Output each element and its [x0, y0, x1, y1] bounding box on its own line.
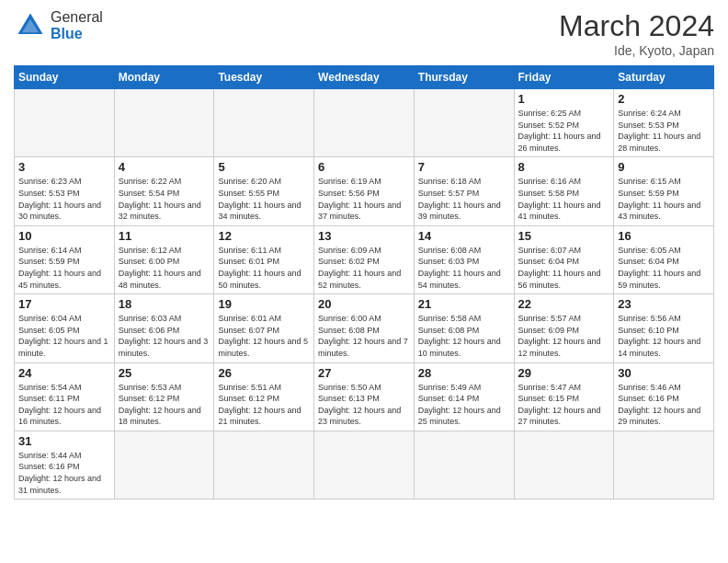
weekday-header-monday: Monday: [114, 66, 214, 89]
calendar-cell: 10Sunrise: 6:14 AM Sunset: 5:59 PM Dayli…: [15, 225, 115, 293]
week-row-3: 10Sunrise: 6:14 AM Sunset: 5:59 PM Dayli…: [15, 225, 714, 293]
logo-blue: Blue: [51, 26, 103, 42]
day-number: 21: [418, 297, 510, 311]
day-info: Sunrise: 6:00 AM Sunset: 6:08 PM Dayligh…: [318, 313, 410, 359]
calendar-cell: 23Sunrise: 5:56 AM Sunset: 6:10 PM Dayli…: [614, 294, 714, 362]
day-info: Sunrise: 5:46 AM Sunset: 6:16 PM Dayligh…: [618, 382, 710, 428]
day-info: Sunrise: 6:03 AM Sunset: 6:06 PM Dayligh…: [119, 313, 210, 359]
day-number: 16: [618, 229, 710, 243]
day-info: Sunrise: 6:08 AM Sunset: 6:03 PM Dayligh…: [418, 245, 510, 291]
day-info: Sunrise: 5:53 AM Sunset: 6:12 PM Dayligh…: [119, 382, 210, 428]
day-info: Sunrise: 6:11 AM Sunset: 6:01 PM Dayligh…: [218, 245, 310, 291]
day-number: 8: [518, 160, 610, 174]
day-info: Sunrise: 5:50 AM Sunset: 6:13 PM Dayligh…: [318, 382, 410, 428]
calendar-cell: 2Sunrise: 6:24 AM Sunset: 5:53 PM Daylig…: [614, 89, 714, 157]
weekday-header-row: SundayMondayTuesdayWednesdayThursdayFrid…: [15, 66, 714, 89]
day-info: Sunrise: 6:14 AM Sunset: 5:59 PM Dayligh…: [18, 245, 110, 291]
day-number: 15: [518, 229, 610, 243]
calendar-page: General Blue March 2024 Ide, Kyoto, Japa…: [0, 0, 728, 563]
day-info: Sunrise: 5:57 AM Sunset: 6:09 PM Dayligh…: [518, 313, 610, 359]
week-row-1: 1Sunrise: 6:25 AM Sunset: 5:52 PM Daylig…: [15, 89, 714, 157]
day-info: Sunrise: 6:24 AM Sunset: 5:53 PM Dayligh…: [618, 108, 710, 154]
logo: General Blue: [14, 9, 103, 42]
calendar-cell: [414, 431, 514, 499]
day-number: 20: [318, 297, 410, 311]
week-row-5: 24Sunrise: 5:54 AM Sunset: 6:11 PM Dayli…: [15, 362, 714, 431]
day-info: Sunrise: 6:09 AM Sunset: 6:02 PM Dayligh…: [318, 245, 410, 291]
day-info: Sunrise: 6:20 AM Sunset: 5:55 PM Dayligh…: [218, 176, 310, 222]
calendar-cell: 6Sunrise: 6:19 AM Sunset: 5:56 PM Daylig…: [314, 157, 415, 225]
day-info: Sunrise: 6:19 AM Sunset: 5:56 PM Dayligh…: [318, 176, 410, 222]
calendar-cell: [15, 89, 115, 157]
calendar-cell: 3Sunrise: 6:23 AM Sunset: 5:53 PM Daylig…: [15, 157, 115, 225]
calendar-cell: 11Sunrise: 6:12 AM Sunset: 6:00 PM Dayli…: [114, 225, 214, 293]
day-info: Sunrise: 5:49 AM Sunset: 6:14 PM Dayligh…: [418, 382, 510, 428]
day-number: 13: [318, 229, 410, 243]
day-info: Sunrise: 5:58 AM Sunset: 6:08 PM Dayligh…: [418, 313, 510, 359]
day-number: 9: [618, 160, 710, 174]
day-number: 14: [418, 229, 510, 243]
calendar-cell: [214, 89, 314, 157]
day-number: 29: [518, 366, 610, 380]
calendar-cell: 14Sunrise: 6:08 AM Sunset: 6:03 PM Dayli…: [414, 225, 514, 293]
calendar-cell: 12Sunrise: 6:11 AM Sunset: 6:01 PM Dayli…: [214, 225, 314, 293]
day-number: 10: [18, 229, 110, 243]
day-number: 25: [119, 366, 210, 380]
day-info: Sunrise: 5:47 AM Sunset: 6:15 PM Dayligh…: [518, 382, 610, 428]
day-number: 19: [218, 297, 310, 311]
calendar-cell: 31Sunrise: 5:44 AM Sunset: 6:16 PM Dayli…: [15, 431, 115, 499]
day-info: Sunrise: 6:18 AM Sunset: 5:57 PM Dayligh…: [418, 176, 510, 222]
weekday-header-sunday: Sunday: [15, 66, 115, 89]
day-number: 4: [119, 160, 210, 174]
calendar-cell: 26Sunrise: 5:51 AM Sunset: 6:12 PM Dayli…: [214, 362, 314, 431]
day-number: 7: [418, 160, 510, 174]
calendar-cell: 1Sunrise: 6:25 AM Sunset: 5:52 PM Daylig…: [514, 89, 614, 157]
calendar-cell: 27Sunrise: 5:50 AM Sunset: 6:13 PM Dayli…: [314, 362, 415, 431]
day-number: 5: [218, 160, 310, 174]
calendar-cell: 9Sunrise: 6:15 AM Sunset: 5:59 PM Daylig…: [614, 157, 714, 225]
day-info: Sunrise: 6:05 AM Sunset: 6:04 PM Dayligh…: [618, 245, 710, 291]
calendar-cell: 24Sunrise: 5:54 AM Sunset: 6:11 PM Dayli…: [15, 362, 115, 431]
calendar-cell: 22Sunrise: 5:57 AM Sunset: 6:09 PM Dayli…: [514, 294, 614, 362]
day-number: 6: [318, 160, 410, 174]
calendar-cell: [314, 431, 415, 499]
calendar-cell: 30Sunrise: 5:46 AM Sunset: 6:16 PM Dayli…: [614, 362, 714, 431]
day-number: 28: [418, 366, 510, 380]
day-info: Sunrise: 6:12 AM Sunset: 6:00 PM Dayligh…: [119, 245, 210, 291]
day-info: Sunrise: 5:44 AM Sunset: 6:16 PM Dayligh…: [18, 450, 110, 496]
day-info: Sunrise: 6:25 AM Sunset: 5:52 PM Dayligh…: [518, 108, 610, 154]
calendar-cell: 20Sunrise: 6:00 AM Sunset: 6:08 PM Dayli…: [314, 294, 415, 362]
calendar-cell: 7Sunrise: 6:18 AM Sunset: 5:57 PM Daylig…: [414, 157, 514, 225]
calendar-cell: [514, 431, 614, 499]
day-number: 17: [18, 297, 110, 311]
calendar-cell: 16Sunrise: 6:05 AM Sunset: 6:04 PM Dayli…: [614, 225, 714, 293]
day-number: 2: [618, 92, 710, 106]
calendar-cell: 18Sunrise: 6:03 AM Sunset: 6:06 PM Dayli…: [114, 294, 214, 362]
calendar-cell: 13Sunrise: 6:09 AM Sunset: 6:02 PM Dayli…: [314, 225, 415, 293]
week-row-6: 31Sunrise: 5:44 AM Sunset: 6:16 PM Dayli…: [15, 431, 714, 499]
day-info: Sunrise: 6:23 AM Sunset: 5:53 PM Dayligh…: [18, 176, 110, 222]
weekday-header-friday: Friday: [514, 66, 614, 89]
day-number: 18: [119, 297, 210, 311]
logo-icon: [14, 9, 47, 42]
day-number: 11: [119, 229, 210, 243]
calendar-cell: 29Sunrise: 5:47 AM Sunset: 6:15 PM Dayli…: [514, 362, 614, 431]
month-year: March 2024: [559, 9, 714, 43]
calendar-cell: [614, 431, 714, 499]
day-number: 30: [618, 366, 710, 380]
calendar-cell: 8Sunrise: 6:16 AM Sunset: 5:58 PM Daylig…: [514, 157, 614, 225]
day-number: 27: [318, 366, 410, 380]
day-info: Sunrise: 6:07 AM Sunset: 6:04 PM Dayligh…: [518, 245, 610, 291]
calendar-cell: [414, 89, 514, 157]
day-number: 3: [18, 160, 110, 174]
day-number: 24: [18, 366, 110, 380]
day-number: 31: [18, 434, 110, 448]
location: Ide, Kyoto, Japan: [559, 43, 714, 58]
calendar-table: SundayMondayTuesdayWednesdayThursdayFrid…: [14, 65, 714, 500]
week-row-2: 3Sunrise: 6:23 AM Sunset: 5:53 PM Daylig…: [15, 157, 714, 225]
day-number: 1: [518, 92, 610, 106]
day-number: 23: [618, 297, 710, 311]
calendar-cell: [114, 89, 214, 157]
calendar-cell: 21Sunrise: 5:58 AM Sunset: 6:08 PM Dayli…: [414, 294, 514, 362]
weekday-header-thursday: Thursday: [414, 66, 514, 89]
